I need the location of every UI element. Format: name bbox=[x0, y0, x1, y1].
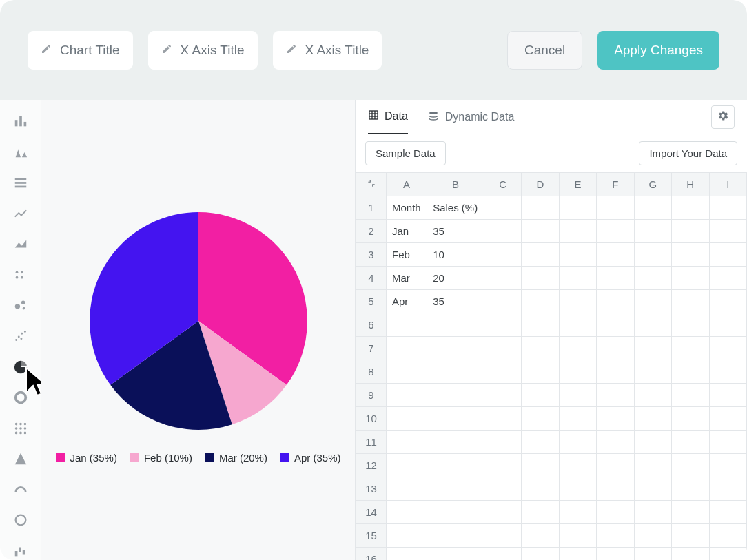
cell[interactable] bbox=[559, 220, 596, 243]
cell[interactable] bbox=[709, 477, 747, 501]
cell[interactable] bbox=[427, 524, 484, 548]
scatter-chart-icon[interactable] bbox=[11, 327, 30, 346]
cell[interactable] bbox=[672, 196, 709, 220]
cell[interactable] bbox=[484, 431, 521, 454]
row-header[interactable]: 16 bbox=[356, 548, 387, 561]
cell[interactable] bbox=[709, 360, 747, 384]
cell[interactable] bbox=[634, 243, 671, 267]
column-header-F[interactable]: F bbox=[597, 173, 634, 196]
cell[interactable] bbox=[597, 384, 634, 407]
cell[interactable] bbox=[484, 243, 521, 267]
cell[interactable] bbox=[559, 267, 596, 290]
stacked-bar-icon[interactable] bbox=[11, 174, 30, 192]
cell[interactable] bbox=[387, 501, 427, 524]
cell[interactable] bbox=[387, 384, 427, 407]
cell[interactable] bbox=[427, 384, 484, 407]
cell[interactable] bbox=[559, 407, 596, 431]
cell[interactable] bbox=[387, 548, 427, 561]
cell[interactable] bbox=[597, 501, 634, 524]
cell[interactable] bbox=[597, 267, 634, 290]
cell[interactable] bbox=[634, 454, 671, 477]
cell[interactable] bbox=[522, 360, 559, 384]
cell[interactable]: 20 bbox=[427, 267, 484, 290]
cell[interactable] bbox=[709, 548, 747, 561]
cell[interactable] bbox=[634, 431, 671, 454]
cell[interactable] bbox=[597, 196, 634, 220]
cell[interactable] bbox=[559, 384, 596, 407]
cell[interactable] bbox=[709, 290, 747, 313]
cell[interactable] bbox=[559, 290, 596, 313]
legend-item-mar[interactable]: Mar (20%) bbox=[205, 452, 267, 464]
cell[interactable]: Feb bbox=[387, 243, 427, 267]
spreadsheet[interactable]: ABCDEFGHI1MonthSales (%)2Jan353Feb104Mar… bbox=[356, 172, 747, 560]
bar-chart-icon[interactable] bbox=[11, 112, 30, 131]
cell[interactable]: 35 bbox=[427, 290, 484, 313]
cell[interactable] bbox=[709, 243, 747, 267]
cell[interactable]: Mar bbox=[387, 267, 427, 290]
bubble-chart-icon[interactable] bbox=[11, 296, 30, 315]
cell[interactable]: Sales (%) bbox=[427, 196, 484, 220]
cell[interactable] bbox=[522, 431, 559, 454]
cell[interactable] bbox=[672, 290, 709, 313]
cell[interactable] bbox=[559, 477, 596, 501]
waterfall-icon[interactable] bbox=[11, 541, 30, 560]
cell[interactable] bbox=[427, 501, 484, 524]
cell[interactable] bbox=[559, 313, 596, 337]
cell[interactable] bbox=[709, 431, 747, 454]
cell[interactable] bbox=[387, 407, 427, 431]
tab-data[interactable]: Data bbox=[368, 100, 408, 134]
cell[interactable] bbox=[522, 290, 559, 313]
cell[interactable] bbox=[522, 220, 559, 243]
cell[interactable] bbox=[634, 290, 671, 313]
row-header[interactable]: 14 bbox=[356, 501, 387, 524]
row-header[interactable]: 1 bbox=[356, 196, 387, 220]
cell[interactable] bbox=[672, 337, 709, 360]
column-header-A[interactable]: A bbox=[387, 173, 427, 196]
cell[interactable] bbox=[427, 431, 484, 454]
cell[interactable] bbox=[559, 431, 596, 454]
cell[interactable] bbox=[709, 337, 747, 360]
cell[interactable] bbox=[387, 313, 427, 337]
cell[interactable] bbox=[597, 220, 634, 243]
column-header-H[interactable]: H bbox=[672, 173, 709, 196]
cell[interactable] bbox=[427, 360, 484, 384]
cell[interactable] bbox=[597, 524, 634, 548]
row-header[interactable]: 13 bbox=[356, 477, 387, 501]
cell[interactable] bbox=[522, 454, 559, 477]
cell[interactable] bbox=[522, 243, 559, 267]
legend-item-apr[interactable]: Apr (35%) bbox=[280, 452, 341, 464]
cell[interactable] bbox=[559, 243, 596, 267]
cell[interactable] bbox=[484, 407, 521, 431]
cell[interactable] bbox=[672, 431, 709, 454]
cell[interactable] bbox=[427, 337, 484, 360]
cell[interactable] bbox=[484, 454, 521, 477]
pyramid-icon[interactable] bbox=[11, 450, 30, 468]
cell[interactable] bbox=[484, 384, 521, 407]
cell[interactable] bbox=[709, 220, 747, 243]
sample-data-button[interactable]: Sample Data bbox=[365, 141, 446, 165]
cell[interactable] bbox=[597, 243, 634, 267]
cell[interactable] bbox=[634, 524, 671, 548]
cell[interactable] bbox=[559, 524, 596, 548]
column-header-I[interactable]: I bbox=[709, 173, 747, 196]
cell[interactable] bbox=[597, 548, 634, 561]
column-header-E[interactable]: E bbox=[559, 173, 596, 196]
cell[interactable] bbox=[672, 313, 709, 337]
cell[interactable] bbox=[559, 360, 596, 384]
cell[interactable] bbox=[597, 313, 634, 337]
cell[interactable] bbox=[672, 548, 709, 561]
cell[interactable] bbox=[522, 524, 559, 548]
cell[interactable] bbox=[634, 548, 671, 561]
row-header[interactable]: 10 bbox=[356, 407, 387, 431]
cell[interactable] bbox=[427, 313, 484, 337]
row-header[interactable]: 5 bbox=[356, 290, 387, 313]
cell[interactable] bbox=[634, 477, 671, 501]
cell[interactable] bbox=[672, 454, 709, 477]
row-header[interactable]: 15 bbox=[356, 524, 387, 548]
row-header[interactable]: 11 bbox=[356, 431, 387, 454]
table-icon[interactable] bbox=[11, 419, 30, 437]
cell[interactable] bbox=[709, 384, 747, 407]
cell[interactable] bbox=[597, 290, 634, 313]
cell[interactable]: 35 bbox=[427, 220, 484, 243]
cell[interactable] bbox=[522, 384, 559, 407]
